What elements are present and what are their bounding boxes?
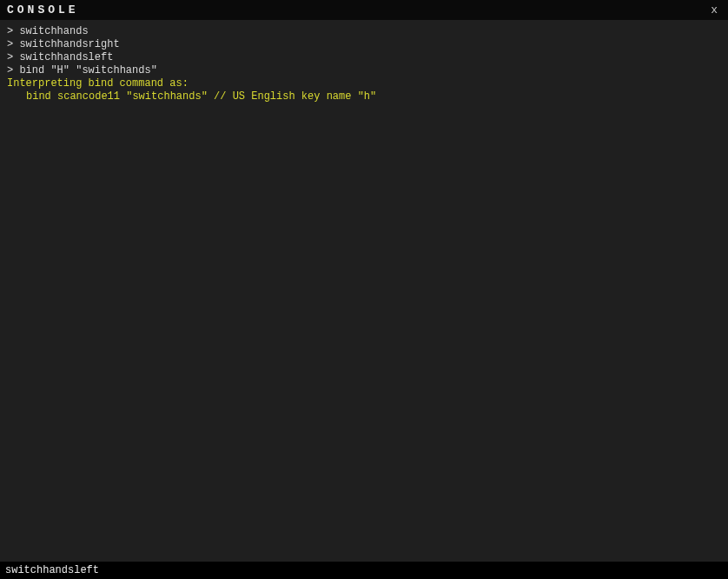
console-header: CONSOLE x [0, 0, 728, 20]
console-output: > switchhands > switchhandsright > switc… [0, 20, 728, 562]
close-icon[interactable]: x [707, 3, 721, 17]
console-input[interactable] [0, 562, 728, 579]
console-line: > bind "H" "switchhands" [7, 64, 721, 77]
console-title: CONSOLE [7, 3, 79, 17]
console-info-line: bind scancode11 "switchhands" // US Engl… [7, 90, 721, 103]
console-line: > switchhands [7, 25, 721, 38]
console-line: > switchhandsleft [7, 51, 721, 64]
console-line: > switchhandsright [7, 38, 721, 51]
console-info-line: Interpreting bind command as: [7, 77, 721, 90]
